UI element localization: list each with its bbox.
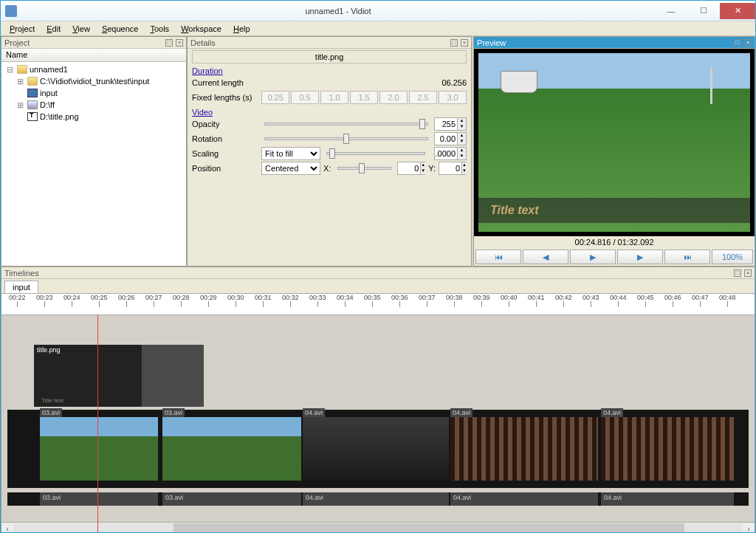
menu-tools[interactable]: Tools xyxy=(144,23,175,35)
fixed-lengths-label: Fixed lengths (s) xyxy=(192,93,258,102)
tree-root[interactable]: ⊟unnamed1 xyxy=(4,63,183,75)
menu-sequence[interactable]: Sequence xyxy=(96,23,145,35)
timelines-panel-title: Timelines xyxy=(4,269,39,278)
timeline-ruler[interactable]: 00:2200:2300:2400:2500:2600:2700:2800:29… xyxy=(1,293,755,315)
ruler-tick: 00:37 xyxy=(419,294,436,307)
fixed-length-button[interactable]: 2.0 xyxy=(379,91,408,104)
opacity-slider[interactable] xyxy=(264,123,428,125)
audio-clip[interactable]: 04.avi xyxy=(601,492,734,506)
audio-track[interactable]: 03.avi03.avi04.avi04.avi04.avi xyxy=(7,492,749,506)
panel-max-icon[interactable]: □ xyxy=(450,39,458,47)
scroll-left-button[interactable]: ‹ xyxy=(1,524,13,533)
ruler-tick: 00:34 xyxy=(337,294,354,307)
fixed-length-button[interactable]: 3.0 xyxy=(439,91,467,104)
x-spinner[interactable]: ▲▼ xyxy=(397,162,425,175)
panel-close-icon[interactable]: × xyxy=(176,39,183,47)
rotation-slider[interactable] xyxy=(264,137,428,140)
playhead[interactable] xyxy=(97,315,98,533)
ruler-tick: 00:30 xyxy=(227,294,244,307)
title-clip-tail[interactable] xyxy=(142,345,204,407)
details-panel: Details □× title.png Duration Current le… xyxy=(187,36,472,266)
timeline-hscrollbar[interactable]: ‹ › xyxy=(1,522,755,533)
text-icon xyxy=(27,112,38,121)
preview-panel: Preview □× Title text 00:24.816 / 01:32.… xyxy=(473,36,755,266)
scaling-spinner[interactable]: ▲▼ xyxy=(434,147,467,160)
ruler-tick: 00:23 xyxy=(36,294,53,307)
fixed-length-button[interactable]: 1.0 xyxy=(320,91,348,104)
scroll-thumb[interactable] xyxy=(173,523,684,534)
zoom-display[interactable]: 100% xyxy=(712,250,753,264)
fixed-length-button[interactable]: 0.5 xyxy=(291,91,319,104)
panel-close-icon[interactable]: × xyxy=(744,269,752,277)
menu-help[interactable]: Help xyxy=(227,23,256,35)
menubar: Project Edit View Sequence Tools Workspa… xyxy=(1,21,755,36)
scaling-select[interactable]: Fit to fill xyxy=(261,147,320,160)
app-icon xyxy=(5,5,17,17)
panel-max-icon[interactable]: □ xyxy=(734,39,741,47)
panel-close-icon[interactable]: × xyxy=(744,39,752,47)
video-clip[interactable]: 03.avi xyxy=(40,417,158,481)
timeline-body[interactable]: title.png Title text 03.avi03.avi04.avi0… xyxy=(1,315,755,533)
position-label: Position xyxy=(192,164,258,173)
current-length-label: Current length xyxy=(192,78,258,87)
video-clip[interactable]: 04.avi xyxy=(450,417,598,481)
scaling-slider[interactable] xyxy=(326,152,425,155)
tree-item[interactable]: D:\title.png xyxy=(4,111,183,123)
folder-icon xyxy=(27,77,38,86)
audio-clip[interactable]: 03.avi xyxy=(40,492,158,506)
ruler-tick: 00:22 xyxy=(9,294,26,307)
maximize-button[interactable]: ☐ xyxy=(687,3,720,19)
scaling-label: Scaling xyxy=(192,149,258,158)
panel-close-icon[interactable]: × xyxy=(461,39,468,47)
close-button[interactable]: ✕ xyxy=(720,3,755,19)
play-button[interactable]: ▶ xyxy=(570,250,616,264)
y-label: Y: xyxy=(428,164,436,173)
position-select[interactable]: Centered xyxy=(261,162,320,175)
video-clip[interactable]: 04.avi xyxy=(303,417,449,481)
fixed-length-button[interactable]: 2.5 xyxy=(409,91,437,104)
fixed-length-button[interactable]: 0.25 xyxy=(261,91,289,104)
menu-edit[interactable]: Edit xyxy=(41,23,66,35)
menu-project[interactable]: Project xyxy=(4,23,41,35)
step-forward-button[interactable]: ▶ xyxy=(617,250,663,264)
video-clip[interactable]: 03.avi xyxy=(162,417,301,481)
video-track[interactable]: 03.avi03.avi04.avi04.avi04.avi xyxy=(7,410,749,488)
panel-max-icon[interactable]: □ xyxy=(165,39,173,47)
tree-item[interactable]: ⊞C:\Vidiot\vidiot_trunk\test\input xyxy=(4,75,183,87)
step-back-button[interactable]: ◀ xyxy=(523,250,568,264)
duration-section: Duration xyxy=(192,66,467,75)
ruler-tick: 00:44 xyxy=(610,294,627,307)
window-titlebar: unnamed1 - Vidiot — ☐ ✕ xyxy=(1,1,755,21)
audio-clip[interactable]: 04.avi xyxy=(303,492,449,506)
project-tree[interactable]: ⊟unnamed1 ⊞C:\Vidiot\vidiot_trunk\test\i… xyxy=(1,62,186,266)
rotation-spinner[interactable]: ▲▼ xyxy=(434,132,467,145)
audio-clip[interactable]: 03.avi xyxy=(162,492,301,506)
menu-workspace[interactable]: Workspace xyxy=(175,23,227,35)
preview-viewport[interactable]: Title text xyxy=(474,49,755,236)
audio-clip[interactable]: 04.avi xyxy=(450,492,598,506)
rotation-label: Rotation xyxy=(192,134,258,143)
project-name-column[interactable]: Name xyxy=(1,49,186,62)
ruler-tick: 00:26 xyxy=(118,294,135,307)
x-slider[interactable] xyxy=(337,167,392,170)
video-clip[interactable]: 04.avi xyxy=(601,417,734,481)
fixed-length-button[interactable]: 1.5 xyxy=(350,91,378,104)
ruler-tick: 00:38 xyxy=(446,294,463,307)
ruler-tick: 00:25 xyxy=(91,294,108,307)
tree-item[interactable]: ⊞D:\ff xyxy=(4,99,183,111)
timeline-tab[interactable]: input xyxy=(4,281,38,293)
tree-item[interactable]: input xyxy=(4,87,183,99)
pole-graphic xyxy=(710,67,712,104)
ruler-tick: 00:47 xyxy=(692,294,709,307)
current-length-value: 06.256 xyxy=(441,78,467,87)
clip-label: 04.avi xyxy=(601,408,623,417)
scroll-right-button[interactable]: › xyxy=(743,524,755,533)
menu-view[interactable]: View xyxy=(66,23,96,35)
goto-start-button[interactable]: ⏮ xyxy=(475,250,521,264)
panel-max-icon[interactable]: □ xyxy=(734,269,741,277)
y-spinner[interactable]: ▲▼ xyxy=(439,162,467,175)
minimize-button[interactable]: — xyxy=(655,3,687,19)
opacity-spinner[interactable]: ▲▼ xyxy=(434,117,467,131)
opacity-label: Opacity xyxy=(192,120,258,128)
goto-end-button[interactable]: ⏭ xyxy=(664,250,710,264)
